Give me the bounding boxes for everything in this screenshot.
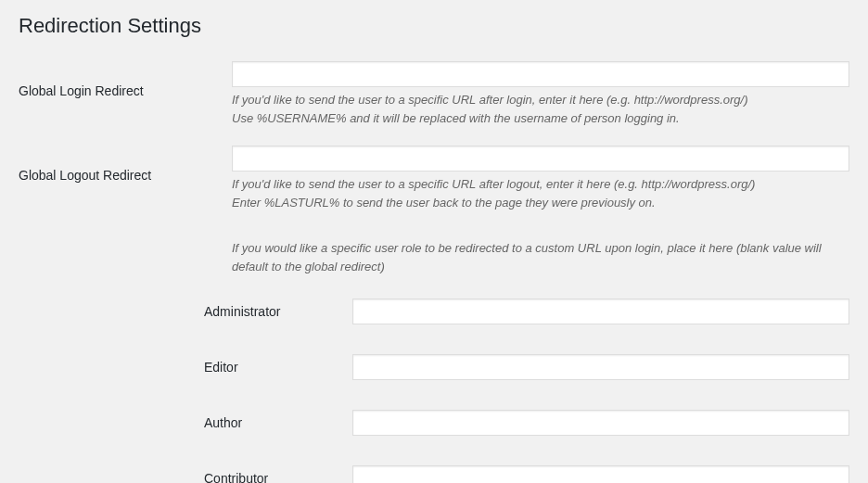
global-logout-field-wrap: If you'd like to send the user to a spec… [232,146,849,211]
global-login-field-wrap: If you'd like to send the user to a spec… [232,61,849,127]
role-label-editor: Editor [204,360,352,375]
role-row-author: Author [204,410,849,436]
global-login-label: Global Login Redirect [19,61,232,127]
role-label-administrator: Administrator [204,304,352,319]
global-login-description: If you'd like to send the user to a spec… [232,91,849,127]
role-input-wrap-administrator [352,299,849,324]
global-login-input[interactable] [232,61,849,87]
global-logout-label: Global Logout Redirect [19,146,232,211]
role-label-contributor: Contributor [204,471,352,483]
global-login-row: Global Login Redirect If you'd like to s… [19,61,849,127]
page-title: Redirection Settings [19,14,849,38]
global-logout-desc-line1: If you'd like to send the user to a spec… [232,177,755,191]
global-logout-description: If you'd like to send the user to a spec… [232,175,849,211]
roles-intro-text: If you would like a specific user role t… [232,239,849,275]
role-input-wrap-editor [352,354,849,380]
role-row-editor: Editor [204,354,849,380]
role-label-author: Author [204,415,352,430]
role-row-administrator: Administrator [204,299,849,324]
global-login-desc-line2: Use %USERNAME% and it will be replaced w… [232,111,680,125]
role-input-author[interactable] [352,410,849,436]
global-logout-input[interactable] [232,146,849,172]
global-logout-desc-line2: Enter %LASTURL% to send the user back to… [232,196,656,210]
role-input-contributor[interactable] [352,465,849,483]
role-input-administrator[interactable] [352,299,849,324]
role-input-wrap-contributor [352,465,849,483]
global-login-desc-line1: If you'd like to send the user to a spec… [232,93,747,107]
global-logout-row: Global Logout Redirect If you'd like to … [19,146,849,211]
role-input-wrap-author [352,410,849,436]
role-input-editor[interactable] [352,354,849,380]
role-row-contributor: Contributor [204,465,849,483]
